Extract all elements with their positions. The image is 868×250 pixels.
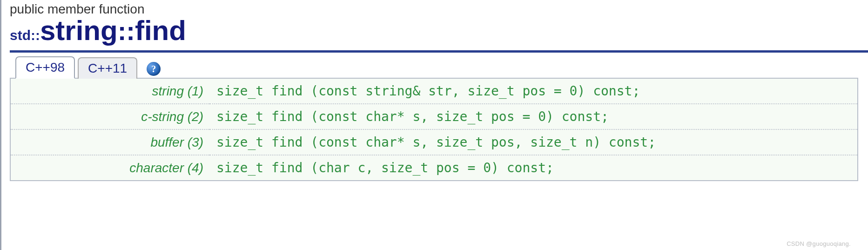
proto-signature: size_t find (const char* s, size_t pos =…	[210, 104, 857, 129]
page-title: std::string::find	[10, 17, 868, 53]
proto-signature: size_t find (const char* s, size_t pos, …	[210, 129, 857, 155]
proto-name: c-string (2)	[11, 104, 210, 129]
proto-name: string (1)	[11, 79, 210, 104]
title-member: find	[135, 15, 186, 46]
title-namespace: std::	[10, 27, 40, 43]
table-row: buffer (3) size_t find (const char* s, s…	[11, 129, 857, 155]
help-icon[interactable]: ?	[147, 62, 161, 76]
proto-signature: size_t find (const string& str, size_t p…	[210, 79, 857, 104]
title-separator: ::	[118, 16, 135, 46]
proto-name: buffer (3)	[11, 129, 210, 155]
table-row: string (1) size_t find (const string& st…	[11, 79, 857, 104]
title-class: string	[40, 15, 118, 46]
tabs-bar: C++98 C++11 ?	[10, 55, 861, 78]
tab-cpp11[interactable]: C++11	[78, 57, 137, 79]
watermark: CSDN @guoguoqiang.	[787, 240, 851, 247]
tab-cpp98[interactable]: C++98	[15, 56, 75, 79]
proto-name: character (4)	[11, 155, 210, 180]
proto-signature: size_t find (char c, size_t pos = 0) con…	[210, 155, 857, 180]
prototype-table: string (1) size_t find (const string& st…	[11, 79, 857, 180]
table-row: character (4) size_t find (char c, size_…	[11, 155, 857, 180]
table-row: c-string (2) size_t find (const char* s,…	[11, 104, 857, 129]
prototype-box: string (1) size_t find (const string& st…	[10, 78, 858, 181]
